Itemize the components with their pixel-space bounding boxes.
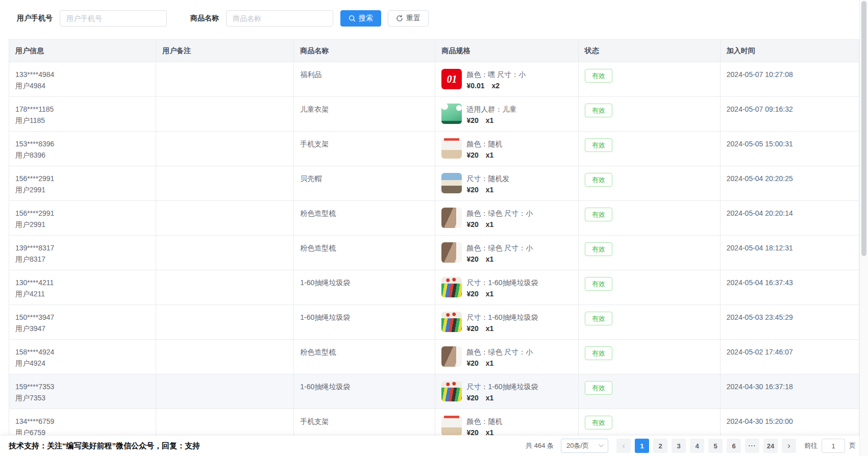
product-thumbnail[interactable]: [441, 312, 462, 332]
status-cell: 有效: [578, 305, 720, 340]
product-spec-cell: 尺寸：1-60抽绳垃圾袋 ¥20 x1: [435, 374, 578, 409]
quantity: x1: [486, 324, 494, 333]
page-button[interactable]: 1: [635, 439, 649, 453]
column-header-product-name: 商品名称: [294, 40, 435, 62]
product-name-cell: 粉色造型梳: [294, 236, 435, 270]
table-row: 153****8396 用户8396 手机支架 颜色：随机: [9, 132, 859, 166]
product-thumbnail[interactable]: [441, 277, 462, 297]
quantity: x1: [486, 359, 494, 367]
page-button[interactable]: 2: [653, 439, 667, 453]
price: ¥20: [466, 359, 478, 367]
product-thumbnail[interactable]: 01: [441, 69, 462, 89]
product-name-cell: 手机支架: [294, 132, 435, 166]
user-info-cell: 133****4984 用户4984: [9, 62, 156, 97]
user-phone: 153****8396: [15, 138, 150, 149]
product-name-input[interactable]: [226, 10, 333, 27]
user-nickname: 用户1185: [15, 115, 150, 126]
status-badge: 有效: [585, 277, 612, 291]
page-button[interactable]: 5: [708, 439, 723, 453]
table-row: 178****1185 用户1185 儿童衣架 适用人群：儿童: [9, 97, 859, 132]
page-button[interactable]: ···: [745, 439, 759, 453]
page-size-select[interactable]: 20条/页: [561, 439, 608, 453]
column-header-join-time: 加入时间: [720, 40, 859, 62]
product-thumbnail[interactable]: [441, 138, 462, 159]
product-spec-cell: 尺寸：1-60抽绳垃圾袋 ¥20 x1: [435, 270, 578, 305]
user-info-cell: 150****3947 用户3947: [9, 305, 156, 340]
user-remark-cell: [156, 132, 294, 166]
page-size-value: 20条/页: [566, 441, 589, 450]
page-button[interactable]: 3: [672, 439, 686, 453]
user-nickname: 用户8396: [15, 149, 150, 161]
price: ¥0.01: [466, 82, 484, 90]
product-thumbnail[interactable]: [441, 173, 462, 193]
user-nickname: 用户7353: [15, 392, 150, 403]
user-nickname: 用户4984: [15, 80, 150, 91]
search-toolbar: 用户手机号 商品名称 搜索 重置: [0, 0, 868, 27]
status-badge: 有效: [585, 173, 612, 187]
spec-attributes: 颜色：绿色 尺寸：小: [466, 208, 533, 219]
spec-attributes: 尺寸：1-60抽绳垃圾袋: [466, 277, 538, 288]
table-row: 158****4924 用户4924 粉色造型梳 颜色：绿色 尺寸：小: [9, 340, 859, 374]
product-thumbnail[interactable]: [441, 208, 462, 228]
user-remark-cell: [156, 374, 294, 409]
goto-label: 前往: [804, 441, 817, 450]
page-button[interactable]: 24: [763, 439, 778, 453]
user-info-cell: 178****1185 用户1185: [9, 97, 156, 132]
user-remark-cell: [156, 340, 294, 374]
quantity: x1: [486, 290, 494, 298]
user-info-cell: 156****2991 用户2991: [9, 166, 156, 201]
product-name-cell: 1-60抽绳垃圾袋: [294, 305, 435, 340]
search-button[interactable]: 搜索: [340, 10, 381, 27]
prev-page-button[interactable]: ‹: [616, 439, 631, 453]
page-button[interactable]: 6: [727, 439, 741, 453]
user-nickname: 用户4211: [15, 288, 150, 299]
refresh-icon: [396, 15, 403, 22]
join-time-cell: 2024-05-02 17:46:07: [720, 340, 859, 374]
status-cell: 有效: [578, 132, 720, 166]
next-page-button[interactable]: ›: [782, 439, 796, 453]
user-phone: 158****4924: [15, 346, 150, 358]
chevron-right-icon: ›: [787, 441, 790, 451]
user-remark-cell: [156, 201, 294, 236]
table-row: 133****4984 用户4984 福利品 01 颜色：嘿 尺寸：小: [9, 62, 859, 97]
join-time-cell: 2024-04-30 16:37:18: [720, 374, 859, 409]
phone-input[interactable]: [60, 10, 167, 27]
product-thumbnail[interactable]: [441, 416, 462, 436]
product-thumbnail[interactable]: [441, 104, 462, 124]
scrollbar-thumb[interactable]: [861, 1, 866, 256]
goto-page-input[interactable]: [822, 439, 845, 453]
price: ¥20: [466, 290, 478, 298]
reset-button[interactable]: 重置: [388, 10, 429, 27]
status-cell: 有效: [578, 97, 720, 132]
product-thumbnail[interactable]: [441, 242, 462, 263]
product-thumbnail[interactable]: [441, 381, 462, 401]
quantity: x1: [486, 255, 494, 263]
thumbnail-text: 01: [447, 74, 457, 84]
column-header-user-remark: 用户备注: [156, 40, 294, 62]
spec-attributes: 适用人群：儿童: [466, 104, 516, 115]
join-time-cell: 2024-05-03 23:45:29: [720, 305, 859, 340]
product-spec-cell: 颜色：绿色 尺寸：小 ¥20 x1: [435, 340, 578, 374]
product-name-cell: 福利品: [294, 62, 435, 97]
user-phone: 134****6759: [15, 416, 150, 427]
page-scrollbar[interactable]: [859, 0, 868, 456]
status-badge: 有效: [585, 242, 612, 256]
product-thumbnail[interactable]: [441, 346, 462, 367]
user-info-cell: 156****2991 用户2991: [9, 201, 156, 236]
table-row: 130****4211 用户4211 1-60抽绳垃圾袋 尺寸：1-60抽绳垃圾…: [9, 270, 859, 305]
join-time-cell: 2024-05-07 10:27:08: [720, 62, 859, 97]
page-button[interactable]: 4: [690, 439, 704, 453]
status-cell: 有效: [578, 166, 720, 201]
column-header-user-info: 用户信息: [9, 40, 156, 62]
user-phone: 159****7353: [15, 381, 150, 392]
spec-attributes: 尺寸：1-60抽绳垃圾袋: [466, 381, 538, 392]
user-remark-cell: [156, 166, 294, 201]
status-cell: 有效: [578, 270, 720, 305]
user-remark-cell: [156, 97, 294, 132]
pagination: 共 464 条 20条/页 ‹ 1 2 3 4 5 6 ··· 24 › 前往 …: [526, 439, 856, 453]
product-name-label: 商品名称: [190, 14, 219, 23]
spec-attributes: 尺寸：1-60抽绳垃圾袋: [466, 312, 538, 323]
user-phone: 139****8317: [15, 242, 150, 254]
join-time-cell: 2024-05-04 20:20:14: [720, 201, 859, 236]
product-name-cell: 1-60抽绳垃圾袋: [294, 270, 435, 305]
